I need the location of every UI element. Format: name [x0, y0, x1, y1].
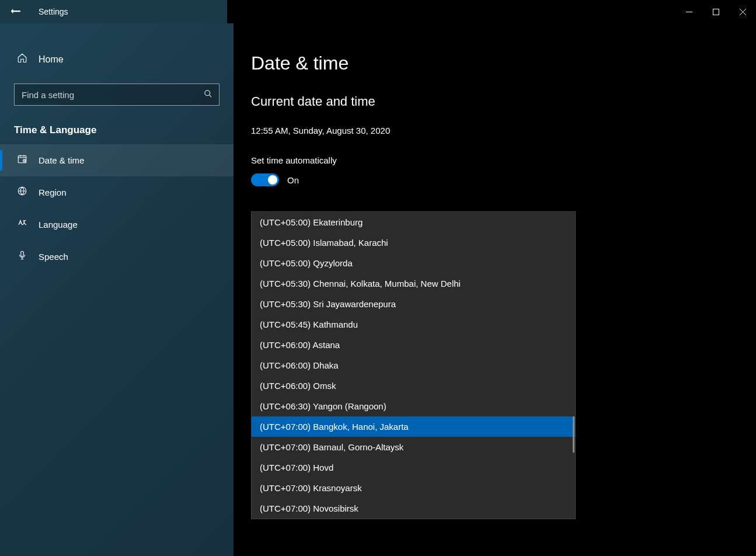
timezone-option[interactable]: (UTC+05:30) Chennai, Kolkata, Mumbai, Ne… [252, 273, 575, 294]
timezone-option[interactable]: (UTC+07:00) Novosibirsk [252, 498, 575, 519]
sidebar-item-label: Speech [39, 252, 68, 262]
auto-time-toggle[interactable] [251, 173, 279, 186]
home-label: Home [39, 54, 64, 65]
svg-rect-5 [21, 251, 24, 256]
timezone-option[interactable]: (UTC+07:00) Bangkok, Hanoi, Jakarta [252, 416, 575, 437]
timezone-option[interactable]: (UTC+07:00) Barnaul, Gorno-Altaysk [252, 437, 575, 457]
timezone-option[interactable]: (UTC+07:00) Hovd [252, 457, 575, 478]
close-button[interactable] [729, 0, 756, 23]
timezone-option[interactable]: (UTC+05:45) Kathmandu [252, 314, 575, 335]
region-icon [16, 186, 28, 199]
back-button[interactable]: 🠔 [11, 6, 21, 18]
date-time-icon [16, 154, 28, 167]
current-datetime: 12:55 AM, Sunday, August 30, 2020 [251, 126, 756, 135]
page-title: Date & time [251, 53, 756, 74]
search-input[interactable] [14, 84, 220, 106]
home-button[interactable]: Home [0, 46, 234, 73]
speech-icon [16, 250, 28, 263]
timezone-option[interactable]: (UTC+06:00) Omsk [252, 376, 575, 396]
timezone-option[interactable]: (UTC+07:00) Krasnoyarsk [252, 478, 575, 498]
sidebar-item-label: Region [39, 187, 67, 197]
titlebar: 🠔 Settings [0, 0, 756, 23]
timezone-option[interactable]: (UTC+05:30) Sri Jayawardenepura [252, 294, 575, 314]
language-icon [16, 218, 28, 231]
home-icon [16, 53, 28, 66]
sidebar-item-speech[interactable]: Speech [0, 241, 234, 273]
sidebar-item-label: Date & time [39, 155, 84, 165]
section-current-title: Current date and time [251, 94, 756, 109]
timezone-option[interactable]: (UTC+05:00) Qyzylorda [252, 253, 575, 273]
timezone-option[interactable]: (UTC+05:00) Islamabad, Karachi [252, 232, 575, 253]
timezone-option[interactable]: (UTC+06:30) Yangon (Rangoon) [252, 396, 575, 416]
timezone-option[interactable]: (UTC+06:00) Astana [252, 335, 575, 355]
app-title: Settings [39, 7, 68, 16]
toggle-knob [268, 175, 277, 185]
svg-rect-0 [713, 9, 719, 15]
minimize-icon [686, 9, 692, 15]
sidebar-item-date-time[interactable]: Date & time [0, 144, 234, 176]
sidebar-item-language[interactable]: Language [0, 208, 234, 241]
timezone-option[interactable]: (UTC+05:00) Ekaterinburg [252, 212, 575, 232]
minimize-button[interactable] [675, 0, 702, 23]
scrollbar-thumb[interactable] [573, 416, 574, 453]
maximize-icon [713, 9, 719, 15]
timezone-option[interactable]: (UTC+06:00) Dhaka [252, 355, 575, 376]
timezone-dropdown[interactable]: (UTC+05:00) Ekaterinburg(UTC+05:00) Isla… [251, 211, 576, 519]
auto-time-status: On [287, 175, 299, 185]
category-title: Time & Language [0, 112, 234, 144]
auto-time-label: Set time automatically [251, 155, 756, 165]
sidebar-item-label: Language [39, 220, 78, 230]
maximize-button[interactable] [702, 0, 729, 23]
main-content: Date & time Current date and time 12:55 … [234, 23, 756, 556]
close-icon [740, 9, 746, 15]
sidebar: Home Time & Language Date & timeRegionLa… [0, 23, 234, 556]
sidebar-item-region[interactable]: Region [0, 176, 234, 208]
